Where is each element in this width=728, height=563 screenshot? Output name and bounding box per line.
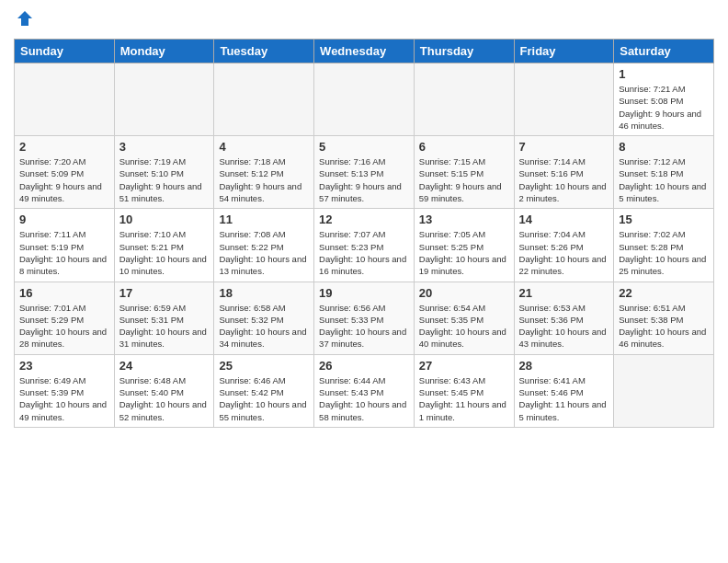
day-number: 2 <box>19 140 109 154</box>
calendar-cell: 11Sunrise: 7:08 AM Sunset: 5:22 PM Dayli… <box>214 209 314 282</box>
day-info: Sunrise: 6:59 AM Sunset: 5:31 PM Dayligh… <box>119 302 210 350</box>
day-info: Sunrise: 6:46 AM Sunset: 5:42 PM Dayligh… <box>219 374 309 423</box>
day-info: Sunrise: 7:18 AM Sunset: 5:12 PM Dayligh… <box>219 155 309 204</box>
calendar-cell: 17Sunrise: 6:59 AM Sunset: 5:31 PM Dayli… <box>114 282 214 354</box>
calendar-table: SundayMondayTuesdayWednesdayThursdayFrid… <box>14 39 714 428</box>
calendar-cell: 14Sunrise: 7:04 AM Sunset: 5:26 PM Dayli… <box>514 209 614 282</box>
day-info: Sunrise: 6:44 AM Sunset: 5:43 PM Dayligh… <box>319 374 409 423</box>
day-info: Sunrise: 6:54 AM Sunset: 5:35 PM Dayligh… <box>419 302 509 350</box>
day-number: 8 <box>619 140 709 154</box>
calendar-cell <box>15 63 115 136</box>
calendar-cell: 8Sunrise: 7:12 AM Sunset: 5:18 PM Daylig… <box>614 136 714 209</box>
day-number: 28 <box>519 359 609 373</box>
day-number: 10 <box>119 213 210 226</box>
calendar-header-row: SundayMondayTuesdayWednesdayThursdayFrid… <box>15 40 714 63</box>
calendar-cell: 26Sunrise: 6:44 AM Sunset: 5:43 PM Dayli… <box>314 354 415 427</box>
calendar-cell: 27Sunrise: 6:43 AM Sunset: 5:45 PM Dayli… <box>414 354 514 427</box>
day-number: 9 <box>19 213 109 226</box>
logo <box>14 9 34 31</box>
calendar-cell: 12Sunrise: 7:07 AM Sunset: 5:23 PM Dayli… <box>314 209 415 282</box>
day-number: 15 <box>619 213 709 226</box>
day-number: 3 <box>119 140 210 154</box>
calendar-day-header: Friday <box>514 40 614 63</box>
calendar-week-row: 9Sunrise: 7:11 AM Sunset: 5:19 PM Daylig… <box>15 209 714 282</box>
calendar-day-header: Monday <box>114 40 214 63</box>
day-number: 16 <box>19 286 109 300</box>
calendar-week-row: 23Sunrise: 6:49 AM Sunset: 5:39 PM Dayli… <box>15 354 714 427</box>
calendar-cell: 13Sunrise: 7:05 AM Sunset: 5:25 PM Dayli… <box>414 209 514 282</box>
calendar-cell: 25Sunrise: 6:46 AM Sunset: 5:42 PM Dayli… <box>214 354 314 427</box>
calendar-cell: 10Sunrise: 7:10 AM Sunset: 5:21 PM Dayli… <box>114 209 214 282</box>
day-info: Sunrise: 7:12 AM Sunset: 5:18 PM Dayligh… <box>619 155 709 204</box>
day-info: Sunrise: 7:11 AM Sunset: 5:19 PM Dayligh… <box>19 228 109 277</box>
calendar-cell <box>314 63 415 136</box>
calendar-cell <box>214 63 314 136</box>
day-number: 23 <box>19 359 109 373</box>
calendar-cell <box>614 354 714 427</box>
calendar-cell: 15Sunrise: 7:02 AM Sunset: 5:28 PM Dayli… <box>614 209 714 282</box>
calendar-day-header: Saturday <box>614 40 714 63</box>
day-info: Sunrise: 6:51 AM Sunset: 5:38 PM Dayligh… <box>619 302 709 350</box>
calendar-week-row: 2Sunrise: 7:20 AM Sunset: 5:09 PM Daylig… <box>15 136 714 209</box>
calendar-week-row: 1Sunrise: 7:21 AM Sunset: 5:08 PM Daylig… <box>15 63 714 136</box>
day-number: 4 <box>219 140 309 154</box>
day-info: Sunrise: 7:04 AM Sunset: 5:26 PM Dayligh… <box>519 228 609 277</box>
calendar-cell <box>114 63 214 136</box>
day-info: Sunrise: 6:53 AM Sunset: 5:36 PM Dayligh… <box>519 302 609 350</box>
calendar-cell: 5Sunrise: 7:16 AM Sunset: 5:13 PM Daylig… <box>314 136 415 209</box>
calendar-cell: 19Sunrise: 6:56 AM Sunset: 5:33 PM Dayli… <box>314 282 415 354</box>
day-info: Sunrise: 7:02 AM Sunset: 5:28 PM Dayligh… <box>619 228 709 277</box>
calendar-cell: 28Sunrise: 6:41 AM Sunset: 5:46 PM Dayli… <box>514 354 614 427</box>
calendar-cell: 9Sunrise: 7:11 AM Sunset: 5:19 PM Daylig… <box>15 209 115 282</box>
calendar-cell <box>414 63 514 136</box>
day-info: Sunrise: 7:14 AM Sunset: 5:16 PM Dayligh… <box>519 155 609 204</box>
day-info: Sunrise: 7:16 AM Sunset: 5:13 PM Dayligh… <box>319 155 409 204</box>
day-info: Sunrise: 6:41 AM Sunset: 5:46 PM Dayligh… <box>519 374 609 423</box>
day-info: Sunrise: 7:19 AM Sunset: 5:10 PM Dayligh… <box>119 155 210 204</box>
day-number: 25 <box>219 359 309 373</box>
day-info: Sunrise: 7:21 AM Sunset: 5:08 PM Dayligh… <box>619 83 709 132</box>
calendar-cell: 24Sunrise: 6:48 AM Sunset: 5:40 PM Dayli… <box>114 354 214 427</box>
day-number: 18 <box>219 286 309 300</box>
calendar-day-header: Thursday <box>414 40 514 63</box>
svg-marker-0 <box>17 11 32 26</box>
day-number: 1 <box>619 67 709 81</box>
day-number: 5 <box>319 140 409 154</box>
day-info: Sunrise: 7:08 AM Sunset: 5:22 PM Dayligh… <box>219 228 309 277</box>
day-info: Sunrise: 6:48 AM Sunset: 5:40 PM Dayligh… <box>119 374 210 423</box>
day-info: Sunrise: 7:15 AM Sunset: 5:15 PM Dayligh… <box>419 155 509 204</box>
day-number: 21 <box>519 286 609 300</box>
day-number: 7 <box>519 140 609 154</box>
day-number: 14 <box>519 213 609 226</box>
day-number: 12 <box>319 213 409 226</box>
calendar-cell: 23Sunrise: 6:49 AM Sunset: 5:39 PM Dayli… <box>15 354 115 427</box>
calendar-cell: 22Sunrise: 6:51 AM Sunset: 5:38 PM Dayli… <box>614 282 714 354</box>
calendar-day-header: Sunday <box>15 40 115 63</box>
calendar-cell: 7Sunrise: 7:14 AM Sunset: 5:16 PM Daylig… <box>514 136 614 209</box>
day-number: 26 <box>319 359 409 373</box>
calendar-cell: 20Sunrise: 6:54 AM Sunset: 5:35 PM Dayli… <box>414 282 514 354</box>
day-info: Sunrise: 6:56 AM Sunset: 5:33 PM Dayligh… <box>319 302 409 350</box>
calendar-cell: 21Sunrise: 6:53 AM Sunset: 5:36 PM Dayli… <box>514 282 614 354</box>
calendar-cell: 3Sunrise: 7:19 AM Sunset: 5:10 PM Daylig… <box>114 136 214 209</box>
day-info: Sunrise: 7:20 AM Sunset: 5:09 PM Dayligh… <box>19 155 109 204</box>
day-info: Sunrise: 7:07 AM Sunset: 5:23 PM Dayligh… <box>319 228 409 277</box>
calendar-cell: 2Sunrise: 7:20 AM Sunset: 5:09 PM Daylig… <box>15 136 115 209</box>
day-info: Sunrise: 6:43 AM Sunset: 5:45 PM Dayligh… <box>419 374 509 423</box>
day-number: 6 <box>419 140 509 154</box>
header <box>14 9 714 31</box>
calendar-cell: 18Sunrise: 6:58 AM Sunset: 5:32 PM Dayli… <box>214 282 314 354</box>
day-number: 19 <box>319 286 409 300</box>
calendar-day-header: Wednesday <box>314 40 415 63</box>
calendar-cell: 4Sunrise: 7:18 AM Sunset: 5:12 PM Daylig… <box>214 136 314 209</box>
day-info: Sunrise: 6:49 AM Sunset: 5:39 PM Dayligh… <box>19 374 109 423</box>
day-number: 27 <box>419 359 509 373</box>
calendar-cell: 16Sunrise: 7:01 AM Sunset: 5:29 PM Dayli… <box>15 282 115 354</box>
day-info: Sunrise: 7:01 AM Sunset: 5:29 PM Dayligh… <box>19 302 109 350</box>
day-number: 22 <box>619 286 709 300</box>
calendar-day-header: Tuesday <box>214 40 314 63</box>
logo-icon <box>16 9 34 28</box>
calendar-cell: 6Sunrise: 7:15 AM Sunset: 5:15 PM Daylig… <box>414 136 514 209</box>
page-container: SundayMondayTuesdayWednesdayThursdayFrid… <box>0 0 728 437</box>
day-number: 13 <box>419 213 509 226</box>
